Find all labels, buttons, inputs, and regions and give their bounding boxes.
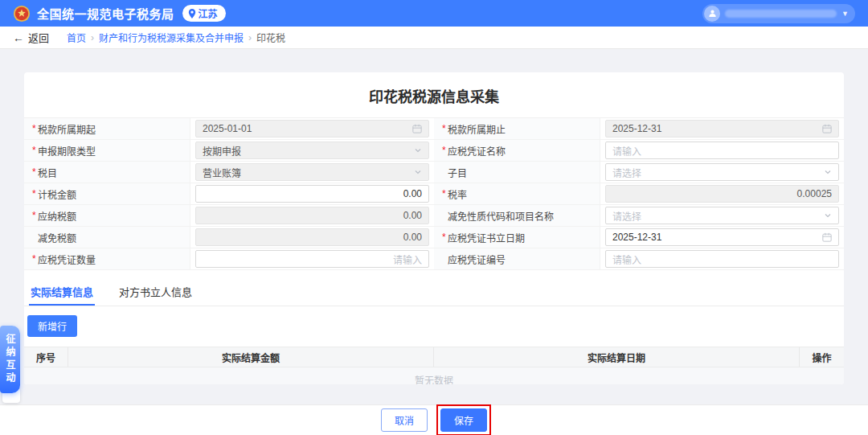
tax-period-end-field: 2025-12-31 [605,120,839,137]
back-arrow-icon: ← [13,31,24,44]
app-title: 全国统一规范电子税务局 [37,5,174,22]
sub-item-select[interactable]: 请选择 [605,163,839,181]
form-row: * 申报期限类型 按期申报 * 应税凭证名称 [24,140,844,162]
taxable-amount-input[interactable]: 0.00 [195,185,429,203]
field-label-taxable-voucher-name: * 应税凭证名称 [434,140,600,161]
voucher-quantity-input[interactable]: 请输入 [195,250,429,268]
stamp-tax-form: * 税款所属期起 2025-01-01 * 税款所属期止 [24,117,844,270]
filing-period-type-select: 按期申报 [195,142,429,159]
breadcrumb-collection[interactable]: 财产和行为税税源采集及合并申报 [99,31,244,44]
field-label-tax-period-start: * 税款所属期起 [24,118,190,139]
stamp-tax-card: 印花税税源信息采集 * 税款所属期起 2025-01-01 [24,72,844,384]
field-label-sub-item: 子目 [434,162,600,183]
field-label-voucher-quantity: * 应税凭证数量 [24,248,190,269]
page-title: 印花税税源信息采集 [24,72,844,117]
location-pin-icon [188,9,196,18]
column-header-date: 实际结算日期 [434,347,800,367]
breadcrumb-separator: › [91,32,94,43]
column-header-amount: 实际结算金额 [68,347,434,367]
save-button[interactable]: 保存 [440,408,487,432]
breadcrumb-current: 印花税 [256,31,285,44]
column-header-operation: 操作 [800,347,844,367]
app-header: 全国统一规范电子税务局 江苏 ▼ [0,0,868,27]
field-label-voucher-number: 应税凭证编号 [434,248,600,269]
form-row: * 税款所属期起 2025-01-01 * 税款所属期止 [24,118,844,140]
field-label-filing-period-type: * 申报期限类型 [24,140,190,161]
table-header: 序号 实际结算金额 实际结算日期 操作 [24,347,844,367]
back-button[interactable]: ← 返回 [13,30,49,45]
tax-rate-field: 0.00025 [605,185,839,203]
calendar-icon [412,124,422,133]
detail-tabs: 实际结算信息 对方书立人信息 [24,278,844,306]
tax-interaction-widget[interactable]: 征纳互动 [0,326,20,393]
back-label: 返回 [28,30,49,45]
main-area: 印花税税源信息采集 * 税款所属期起 2025-01-01 [0,49,868,404]
field-label-tax-period-end: * 税款所属期止 [434,118,600,139]
user-name-redacted [725,10,837,18]
chevron-down-icon [414,146,422,154]
voucher-date-input[interactable]: 2025-12-31 [605,228,839,246]
add-row-button[interactable]: 新增行 [27,315,77,337]
tax-payable-field: 0.00 [195,207,429,224]
column-header-index: 序号 [24,347,68,367]
tax-period-start-field: 2025-01-01 [195,120,429,137]
calendar-icon [822,232,832,242]
region-label: 江苏 [199,6,218,20]
tax-bureau-emblem [13,5,31,23]
user-menu[interactable]: ▼ [702,4,855,23]
calendar-icon [822,124,832,133]
tax-item-select: 营业账簿 [195,163,429,181]
chevron-down-icon [824,168,832,176]
form-row: * 应纳税额 0.00 减免性质代码和项目名称 [24,205,844,227]
voucher-number-input[interactable]: 请输入 [605,250,839,268]
reduced-tax-field: 0.00 [195,228,429,246]
form-row: 减免税额 0.00 * 应税凭证书立日期 2025 [24,227,844,248]
form-row: * 税目 营业账簿 子目 [24,162,844,183]
field-label-tax-rate: * 税率 [434,183,600,204]
chevron-down-icon: ▼ [841,10,849,18]
breadcrumb-bar: ← 返回 首页 › 财产和行为税税源采集及合并申报 › 印花税 [0,27,868,49]
field-label-tax-item: * 税目 [24,162,190,183]
reduction-code-select[interactable]: 请选择 [605,207,839,224]
table-empty-state: 暂无数据 [24,367,844,384]
taxable-voucher-name-input[interactable]: 请输入 [605,142,839,159]
chevron-down-icon [414,168,422,176]
field-label-tax-payable: * 应纳税额 [24,205,190,226]
form-row: * 计税金额 0.00 * 税率 [24,183,844,205]
breadcrumb: 首页 › 财产和行为税税源采集及合并申报 › 印花税 [67,31,285,44]
breadcrumb-separator: › [248,32,252,43]
breadcrumb-home[interactable]: 首页 [67,31,86,44]
chevron-down-icon [824,211,832,220]
region-selector[interactable]: 江苏 [182,5,226,22]
tab-counterparty[interactable]: 对方书立人信息 [117,278,194,306]
settlement-table: 序号 实际结算金额 实际结算日期 操作 暂无数据 [24,347,844,384]
field-label-voucher-date: * 应税凭证书立日期 [434,227,600,248]
cancel-button[interactable]: 取消 [381,408,428,432]
field-label-reduced-tax: 减免税额 [24,227,190,248]
footer-bar: 取消 保存 [0,404,868,435]
field-label-taxable-amount: * 计税金额 [24,183,190,204]
form-row: * 应税凭证数量 请输入 应税凭证编号 [24,248,844,270]
user-avatar-icon [704,6,720,22]
field-label-reduction-code: 减免性质代码和项目名称 [434,205,600,226]
tab-actual-settlement[interactable]: 实际结算信息 [29,278,95,306]
